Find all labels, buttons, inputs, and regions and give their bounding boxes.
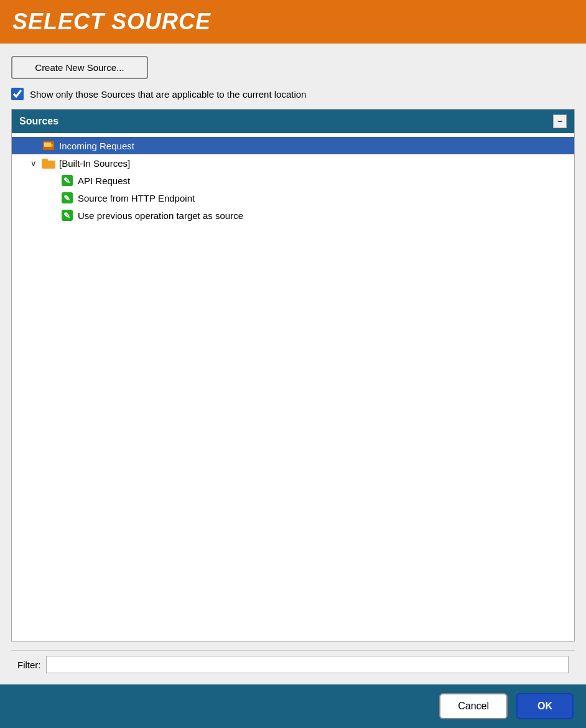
svg-text:✎: ✎: [63, 211, 70, 220]
sources-panel-title: Sources: [19, 116, 58, 127]
chevron-use-previous-operation: [49, 211, 58, 220]
cancel-button[interactable]: Cancel: [439, 693, 508, 719]
source-icon-api: ✎: [60, 174, 74, 187]
create-new-source-button[interactable]: Create New Source...: [11, 56, 148, 79]
page-title: SELECT SOURCE: [12, 9, 574, 35]
tree-item-use-previous-operation-label: Use previous operation target as source: [78, 210, 243, 221]
tree-item-built-in-sources[interactable]: ∨ [Built-In Sources]: [12, 154, 574, 172]
folder-icon: [42, 156, 55, 170]
chevron-api-request: [49, 176, 58, 185]
sources-panel-header: Sources −: [12, 110, 574, 133]
location-filter-checkbox[interactable]: [11, 88, 24, 100]
tree-item-built-in-sources-label: [Built-In Sources]: [59, 158, 130, 169]
filter-checkbox-row: Show only those Sources that are applica…: [11, 88, 575, 100]
tree-item-incoming-request-label: Incoming Request: [59, 141, 134, 151]
source-icon-prev-op: ✎: [60, 208, 74, 222]
source-icon-http: ✎: [60, 191, 74, 205]
footer: Cancel OK: [0, 684, 586, 728]
chevron-built-in-sources: ∨: [30, 159, 39, 168]
filter-row: Filter:: [11, 650, 575, 678]
tree-item-api-request-label: API Request: [78, 175, 130, 186]
tree-item-api-request[interactable]: ✎ API Request: [12, 172, 574, 189]
ok-button[interactable]: OK: [516, 693, 574, 719]
filter-input[interactable]: [46, 656, 569, 673]
tree-area: Incoming Request ∨ [Built-In Sources]: [12, 133, 574, 641]
tree-item-source-http-endpoint-label: Source from HTTP Endpoint: [78, 193, 195, 203]
svg-rect-4: [42, 159, 48, 162]
sources-panel: Sources − Incoming Request ∨: [11, 109, 575, 642]
location-filter-label: Show only those Sources that are applica…: [30, 89, 306, 100]
filter-label: Filter:: [17, 660, 41, 670]
svg-text:✎: ✎: [63, 194, 70, 203]
tree-item-incoming-request[interactable]: Incoming Request: [12, 137, 574, 154]
request-icon: [42, 139, 55, 152]
svg-rect-1: [44, 142, 51, 147]
tree-item-source-http-endpoint[interactable]: ✎ Source from HTTP Endpoint: [12, 189, 574, 207]
chevron-source-http-endpoint: [49, 194, 58, 203]
tree-item-use-previous-operation[interactable]: ✎ Use previous operation target as sourc…: [12, 207, 574, 224]
collapse-button[interactable]: −: [553, 114, 567, 128]
svg-text:✎: ✎: [63, 176, 70, 185]
chevron-incoming-request: [30, 141, 39, 151]
main-content: Create New Source... Show only those Sou…: [0, 44, 586, 684]
page-header: SELECT SOURCE: [0, 0, 586, 44]
